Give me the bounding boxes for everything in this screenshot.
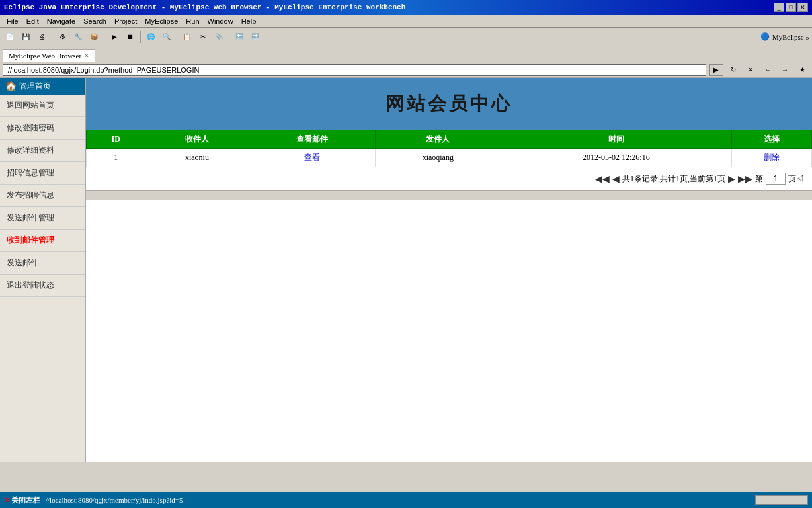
toolbar-btn-7[interactable]: 🌐 (143, 30, 158, 44)
sidebar-header-label: 管理首页 (19, 81, 51, 92)
bottom-scrollbar[interactable] (755, 495, 808, 505)
menu-run[interactable]: Run (182, 16, 203, 26)
browser-tab-bar: MyEclipse Web Browser ✕ (0, 46, 812, 62)
toolbar-btn-9[interactable]: 📋 (180, 30, 194, 44)
myeclipse-icon: 🔵 (760, 32, 770, 41)
menu-myeclipse[interactable]: MyEclipse (141, 16, 182, 26)
toolbar-btn-8[interactable]: 🔍 (159, 30, 174, 44)
address-go-button[interactable]: ▶ (709, 64, 723, 76)
myeclipse-label-area: 🔵 MyEclipse » (760, 32, 809, 41)
page-label: 第 (755, 173, 763, 185)
sidebar-item-post-job-label: 发布招聘信息 (7, 190, 54, 201)
col-time: 时间 (501, 130, 732, 149)
window-controls[interactable]: _ □ ✕ (774, 3, 808, 12)
toolbar-btn-6[interactable]: ⏹ (123, 30, 138, 44)
address-input[interactable] (3, 64, 706, 76)
pagination: ◀◀ ◀ 共1条记录,共计1页,当前第1页 ▶ ▶▶ 第 页◁ (86, 167, 812, 190)
sidebar-item-send-mail-label: 发送邮件 (7, 257, 38, 269)
content-area: 网站会员中心 ID 收件人 查看邮件 发件人 时间 选择 1 xiaoniu (86, 78, 812, 462)
sidebar-item-pwd[interactable]: 修改登陆密码 (0, 117, 85, 140)
close-sidebar-icon: ✕ (4, 496, 10, 505)
go-icon: ▶ (713, 66, 719, 73)
close-sidebar-button[interactable]: ✕ 关闭左栏 (4, 495, 40, 505)
sidebar-item-profile[interactable]: 修改详细资料 (0, 140, 85, 162)
title-bar: Eclipse Java Enterprise Development - My… (0, 0, 812, 15)
sidebar-item-recv-mail-mgmt[interactable]: 收到邮件管理 (0, 230, 85, 252)
sidebar: 🏠 管理首页 返回网站首页 修改登陆密码 修改详细资料 招聘信息管理 发布招聘信… (0, 78, 86, 462)
menu-project[interactable]: Project (110, 16, 141, 26)
stop-button[interactable]: ✕ (743, 63, 758, 77)
sidebar-item-recv-mail-mgmt-label: 收到邮件管理 (7, 235, 54, 246)
sidebar-item-home[interactable]: 返回网站首页 (0, 95, 85, 117)
browser-tab-active[interactable]: MyEclipse Web Browser ✕ (3, 49, 95, 62)
status-url: //localhost:8080/qgjx/member/yj/indo.jsp… (46, 496, 750, 504)
forward-button[interactable]: → (778, 63, 792, 77)
cell-view[interactable]: 查看 (249, 149, 376, 167)
toolbar-btn-4[interactable]: 📦 (87, 30, 101, 44)
page-title: 网站会员中心 (99, 91, 799, 116)
col-action: 选择 (732, 130, 812, 149)
menu-help[interactable]: Help (237, 16, 261, 26)
menu-edit[interactable]: Edit (22, 16, 43, 26)
prev-page-button[interactable]: ◀ (612, 173, 620, 184)
toolbar: 📄 💾 🖨 ⚙ 🔧 📦 ▶ ⏹ 🌐 🔍 📋 ✂ 📎 🔙 🔜 🔵 MyEclips… (0, 28, 812, 46)
sidebar-item-send-mail-mgmt[interactable]: 发送邮件管理 (0, 207, 85, 230)
sidebar-item-job-mgmt-label: 招聘信息管理 (7, 167, 54, 179)
bookmark-button[interactable]: ★ (795, 63, 809, 77)
toolbar-btn-10[interactable]: ✂ (196, 30, 210, 44)
toolbar-sep-1 (52, 31, 52, 43)
refresh-button[interactable]: ↻ (726, 63, 741, 77)
toolbar-sep-5 (229, 31, 229, 43)
cell-recipient: xiaoniu (145, 149, 249, 167)
cell-time: 2012-05-02 12:26:16 (501, 149, 732, 167)
page-number-input[interactable] (766, 173, 786, 185)
pagination-info: 共1条记录,共计1页,当前第1页 (622, 173, 725, 185)
menu-navigate[interactable]: Navigate (43, 16, 79, 26)
toolbar-btn-3[interactable]: 🔧 (71, 30, 85, 44)
toolbar-new-btn[interactable]: 📄 (3, 30, 17, 44)
menu-bar: File Edit Navigate Search Project MyEcli… (0, 15, 812, 28)
cell-id: 1 (87, 149, 145, 167)
sidebar-item-logout[interactable]: 退出登陆状态 (0, 275, 85, 297)
data-table: ID 收件人 查看邮件 发件人 时间 选择 1 xiaoniu 查看 xiaoq… (86, 130, 812, 167)
toolbar-print-btn[interactable]: 🖨 (34, 30, 49, 44)
last-page-button[interactable]: ▶▶ (738, 173, 752, 184)
menu-window[interactable]: Window (204, 16, 237, 26)
col-sender: 发件人 (376, 130, 501, 149)
col-id: ID (87, 130, 145, 149)
sidebar-item-post-job[interactable]: 发布招聘信息 (0, 185, 85, 207)
cell-sender: xiaoqiang (376, 149, 501, 167)
toolbar-btn-13[interactable]: 🔜 (248, 30, 263, 44)
col-view: 查看邮件 (249, 130, 376, 149)
minimize-button[interactable]: _ (774, 3, 784, 12)
menu-search[interactable]: Search (79, 16, 110, 26)
toolbar-save-btn[interactable]: 💾 (19, 30, 33, 44)
bottom-bar: ✕ 关闭左栏 //localhost:8080/qgjx/member/yj/i… (0, 492, 812, 508)
sidebar-item-job-mgmt[interactable]: 招聘信息管理 (0, 162, 85, 185)
close-button[interactable]: ✕ (797, 3, 808, 12)
toolbar-btn-11[interactable]: 📎 (212, 30, 226, 44)
col-recipient: 收件人 (145, 130, 249, 149)
back-button[interactable]: ← (760, 63, 775, 77)
myeclipse-label: MyEclipse » (772, 33, 809, 41)
cell-delete[interactable]: 删除 (732, 149, 812, 167)
content-scroll-area (86, 190, 812, 200)
sidebar-item-send-mail[interactable]: 发送邮件 (0, 252, 85, 275)
view-link[interactable]: 查看 (304, 153, 320, 162)
menu-file[interactable]: File (3, 16, 22, 26)
delete-link[interactable]: 删除 (764, 153, 780, 162)
toolbar-btn-12[interactable]: 🔙 (232, 30, 247, 44)
maximize-button[interactable]: □ (786, 3, 796, 12)
toolbar-btn-5[interactable]: ▶ (107, 30, 122, 44)
address-bar: ▶ ↻ ✕ ← → ★ (0, 62, 812, 78)
first-page-button[interactable]: ◀◀ (595, 173, 610, 184)
toolbar-sep-4 (177, 31, 177, 43)
sidebar-item-profile-label: 修改详细资料 (7, 145, 54, 156)
toolbar-btn-2[interactable]: ⚙ (55, 30, 69, 44)
sidebar-home-icon: 🏠 (5, 81, 17, 92)
next-page-button[interactable]: ▶ (728, 173, 735, 184)
main-layout: 🏠 管理首页 返回网站首页 修改登陆密码 修改详细资料 招聘信息管理 发布招聘信… (0, 78, 812, 462)
toolbar-sep-2 (104, 31, 104, 43)
tab-close-icon[interactable]: ✕ (84, 52, 89, 59)
sidebar-item-send-mail-mgmt-label: 发送邮件管理 (7, 212, 54, 224)
